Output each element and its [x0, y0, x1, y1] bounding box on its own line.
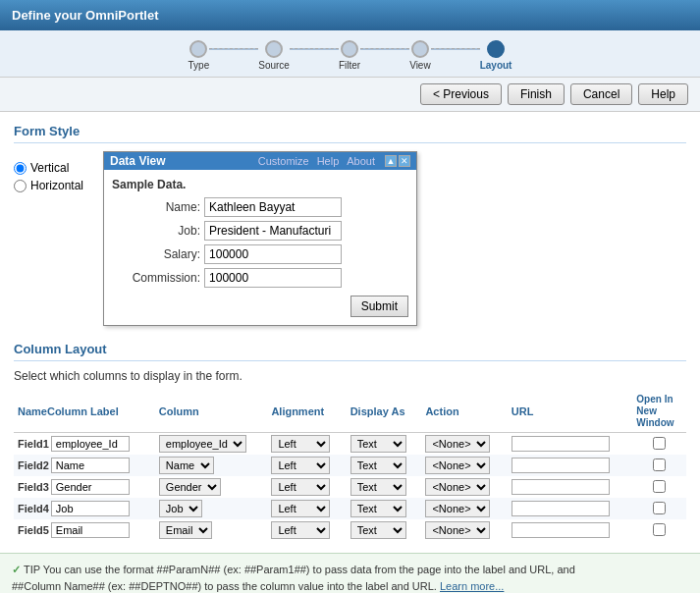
field-label-input[interactable]: [51, 501, 130, 516]
dv-submit-button[interactable]: Submit: [350, 296, 408, 317]
main-content: Form Style Vertical Horizontal Data View: [0, 112, 700, 553]
action-select[interactable]: <None>LinkEdit: [425, 500, 490, 517]
column-select[interactable]: Job: [159, 500, 202, 517]
dv-label-commission: Commission:: [112, 271, 200, 285]
alignment-select[interactable]: LeftCenterRight: [271, 457, 330, 474]
column-select[interactable]: Gender: [159, 478, 221, 496]
column-layout-section: Column Layout Select which columns to di…: [14, 342, 686, 541]
url-input[interactable]: [512, 436, 610, 452]
alignment-select[interactable]: LeftCenterRight: [271, 521, 330, 539]
wizard-step-layout[interactable]: Layout: [480, 40, 512, 71]
wizard-step-type[interactable]: Type: [188, 40, 210, 71]
action-select[interactable]: <None>LinkEdit: [425, 478, 490, 496]
column-select[interactable]: Name: [159, 457, 214, 474]
step-label-source: Source: [258, 60, 290, 71]
field-label-input[interactable]: [51, 522, 130, 538]
action-select[interactable]: <None>LinkEdit: [425, 457, 490, 474]
url-input[interactable]: [512, 458, 610, 473]
collapse-icon[interactable]: ▲: [385, 155, 397, 167]
col-header-open-new-window: Open InNewWindow: [632, 391, 686, 433]
customize-link[interactable]: Customize: [258, 155, 309, 167]
action-select[interactable]: <None>LinkEdit: [425, 521, 490, 539]
tip-section: ✓ TIP You can use the format ##ParamN## …: [0, 553, 700, 593]
data-view-links: Customize Help About: [258, 155, 375, 167]
display-as-select[interactable]: TextImageLink: [350, 478, 406, 496]
col-header-column: Column: [155, 391, 268, 433]
step-label-layout: Layout: [480, 60, 512, 71]
field-label-input[interactable]: [51, 436, 130, 452]
col-header-url: URL: [508, 391, 633, 433]
close-icon[interactable]: ✕: [399, 155, 410, 167]
sample-data-label: Sample Data.: [112, 178, 408, 191]
dv-label-name: Name:: [112, 200, 200, 214]
dv-input-commission[interactable]: [204, 268, 342, 288]
action-select[interactable]: <None>LinkEdit: [425, 435, 490, 453]
field-label-input[interactable]: [51, 458, 130, 473]
column-select[interactable]: employee_Id: [159, 435, 246, 453]
display-as-select[interactable]: TextImageLink: [350, 521, 406, 539]
field-name: Field4: [18, 503, 49, 514]
dv-input-salary[interactable]: [204, 244, 342, 264]
wizard-step-filter[interactable]: Filter: [339, 40, 360, 71]
about-link[interactable]: About: [347, 155, 375, 167]
dv-field-commission: Commission:: [112, 268, 408, 288]
table-row: Field1employee_IdLeftCenterRightTextImag…: [14, 433, 686, 456]
learn-more-link[interactable]: Learn more...: [440, 580, 504, 592]
field-name: Field5: [18, 524, 49, 536]
tip-text-2: ##Column Name## (ex: ##DEPTNO##) to pass…: [12, 580, 437, 592]
display-as-select[interactable]: TextImageLink: [350, 457, 406, 474]
step-circle-source: [265, 40, 283, 58]
finish-button-top[interactable]: Finish: [508, 83, 565, 105]
field-label-input[interactable]: [51, 479, 130, 495]
form-style-row: Vertical Horizontal Data View Customize …: [14, 151, 686, 326]
wizard-steps: Type Source Filter View Layout: [0, 40, 700, 71]
wizard-step-source[interactable]: Source: [258, 40, 290, 71]
step-circle-filter: [341, 40, 358, 58]
form-style-section: Form Style Vertical Horizontal Data View: [14, 124, 686, 326]
alignment-select[interactable]: LeftCenterRight: [271, 435, 330, 453]
dv-label-job: Job:: [112, 224, 200, 238]
url-input[interactable]: [512, 479, 610, 495]
radio-horizontal[interactable]: [14, 180, 27, 192]
help-button-top[interactable]: Help: [638, 83, 688, 105]
open-new-window-checkbox[interactable]: [653, 458, 666, 471]
dv-field-job: Job:: [112, 221, 408, 241]
field-name: Field1: [18, 438, 49, 450]
form-style-title: Form Style: [14, 124, 686, 143]
page-header: Define your OmniPortlet: [0, 0, 700, 30]
column-layout-desc: Select which columns to display in the f…: [14, 369, 686, 383]
url-input[interactable]: [512, 522, 610, 538]
radio-vertical[interactable]: [14, 162, 27, 175]
dv-input-job[interactable]: [204, 221, 342, 241]
help-link[interactable]: Help: [317, 155, 340, 167]
step-label-type: Type: [188, 60, 210, 71]
url-input[interactable]: [512, 501, 610, 516]
dv-input-name[interactable]: [204, 197, 342, 217]
open-new-window-checkbox[interactable]: [653, 523, 666, 536]
alignment-select[interactable]: LeftCenterRight: [271, 500, 330, 517]
radio-horizontal-text: Horizontal: [30, 179, 83, 192]
dv-submit-row: Submit: [112, 296, 408, 317]
data-view-body: Sample Data. Name: Job: Salary: Comm: [104, 170, 416, 325]
page-title: Define your OmniPortlet: [12, 8, 159, 23]
display-as-select[interactable]: TextImageLink: [350, 500, 406, 517]
wizard-bar: Type Source Filter View Layout: [0, 30, 700, 78]
field-name: Field2: [18, 459, 49, 471]
table-row: Field3GenderLeftCenterRightTextImageLink…: [14, 476, 686, 498]
wizard-step-view[interactable]: View: [409, 40, 431, 71]
table-row: Field5EmailLeftCenterRightTextImageLink<…: [14, 519, 686, 541]
column-select[interactable]: Email: [159, 521, 212, 539]
tip-icon: ✓: [12, 564, 24, 575]
display-as-select[interactable]: TextImageLink: [350, 435, 406, 453]
step-label-view: View: [409, 60, 431, 71]
open-new-window-checkbox[interactable]: [653, 502, 666, 514]
radio-horizontal-label[interactable]: Horizontal: [14, 179, 83, 192]
open-new-window-checkbox[interactable]: [653, 480, 666, 493]
cancel-button-top[interactable]: Cancel: [570, 83, 632, 105]
open-new-window-checkbox[interactable]: [653, 437, 666, 450]
radio-vertical-label[interactable]: Vertical: [14, 161, 83, 175]
top-toolbar: < Previous Finish Cancel Help: [0, 78, 700, 112]
alignment-select[interactable]: LeftCenterRight: [271, 478, 330, 496]
previous-button-top[interactable]: < Previous: [420, 83, 502, 105]
col-header-action: Action: [421, 391, 507, 433]
